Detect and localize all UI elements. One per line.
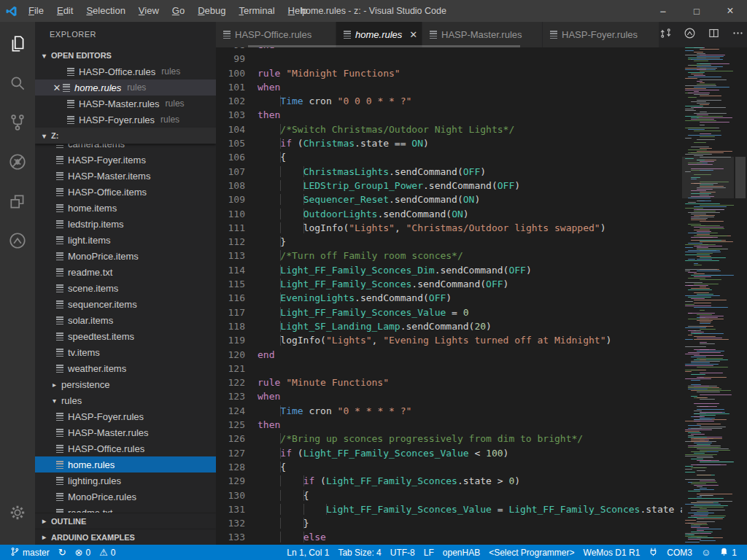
compare-changes-icon[interactable] bbox=[659, 27, 672, 42]
sidebar-item-tv-items[interactable]: tv.items bbox=[35, 344, 216, 360]
code-line-125: 125then bbox=[216, 418, 682, 432]
item-label: solar.items bbox=[68, 315, 113, 326]
chevron-down-icon: ▾ bbox=[53, 397, 61, 405]
sidebar-item-home-rules[interactable]: ✕home.rulesrules bbox=[35, 79, 216, 96]
sidebar-item-solar-items[interactable]: solar.items bbox=[35, 312, 216, 328]
status-1[interactable]: 1 bbox=[715, 545, 741, 560]
file-icon bbox=[56, 477, 63, 485]
sidebar-item-lighting-rules[interactable]: lighting.rules bbox=[35, 472, 216, 489]
status-master[interactable]: master bbox=[6, 545, 54, 560]
sidebar-item-hasp-foyer-rules[interactable]: HASP-Foyer.rules bbox=[35, 408, 216, 424]
sidebar-item-weather-items[interactable]: weather.items bbox=[35, 360, 216, 376]
maximize-button[interactable]: □ bbox=[680, 0, 713, 22]
item-label: HASP-Office.rules bbox=[68, 443, 144, 454]
file-icon bbox=[430, 31, 437, 39]
tab-hasp-foyer-rules[interactable]: HASP-Foyer.rules bbox=[543, 22, 659, 47]
sidebar-item-z-[interactable]: ▾Z: bbox=[35, 128, 216, 144]
sidebar-item-monoprice-rules[interactable]: MonoPrice.rules bbox=[35, 489, 216, 505]
platformio-icon[interactable] bbox=[0, 223, 35, 258]
status--select-programmer-[interactable]: <Select Programmer> bbox=[484, 545, 578, 560]
status-ln-1-col-1[interactable]: Ln 1, Col 1 bbox=[282, 545, 333, 560]
sidebar-item-camera-items[interactable]: camera.items bbox=[35, 144, 216, 152]
code-line-106: 106 { bbox=[216, 150, 682, 164]
sidebar-item-speedtest-items[interactable]: speedtest.items bbox=[35, 328, 216, 344]
minimize-button[interactable]: − bbox=[646, 0, 680, 22]
menu-terminal[interactable]: Terminal bbox=[232, 0, 281, 22]
extensions-icon[interactable] bbox=[0, 184, 35, 219]
split-editor-icon[interactable] bbox=[708, 27, 720, 42]
status-sync[interactable]: ↻ bbox=[54, 545, 71, 560]
status-tab-size-4[interactable]: Tab Size: 4 bbox=[333, 545, 385, 560]
scrollbar-thumb[interactable] bbox=[735, 157, 746, 198]
minimap[interactable] bbox=[682, 47, 734, 545]
tab-overflow-scrollbar[interactable] bbox=[248, 45, 520, 47]
sidebar-item-rules[interactable]: ▾rules bbox=[35, 392, 216, 408]
sidebar-item-home-rules[interactable]: home.rules bbox=[35, 456, 216, 472]
sidebar-item-hasp-office-rules[interactable]: HASP-Office.rules bbox=[35, 440, 216, 456]
sidebar-item-hasp-office-rules[interactable]: HASP-Office.rulesrules bbox=[35, 63, 216, 79]
sidebar-item-hasp-foyer-items[interactable]: HASP-Foyer.items bbox=[35, 152, 216, 168]
sidebar-item-hasp-office-items[interactable]: HASP-Office.items bbox=[35, 184, 216, 200]
close-tab-icon[interactable]: ✕ bbox=[409, 29, 417, 40]
code-line-117: 117 Light_FF_Family_Sconces_Value = 0 bbox=[216, 306, 682, 319]
menu-view[interactable]: View bbox=[132, 0, 166, 22]
file-icon bbox=[344, 31, 351, 39]
sidebar-item-hasp-foyer-rules[interactable]: HASP-Foyer.rulesrules bbox=[35, 112, 216, 128]
menu-go[interactable]: Go bbox=[166, 0, 191, 22]
code-line-112: 112 } bbox=[216, 235, 682, 249]
sidebar-item-readme-txt[interactable]: readme.txt bbox=[35, 264, 216, 280]
code-line-118: 118 Light_SF_Landing_Lamp.sendCommand(20… bbox=[216, 319, 682, 333]
smiley-icon: ☺ bbox=[701, 548, 711, 558]
item-label: weather.items bbox=[68, 363, 126, 374]
tab-hasp-master-rules[interactable]: HASP-Master.rules bbox=[422, 22, 543, 47]
menu-edit[interactable]: Edit bbox=[50, 0, 80, 22]
chevron-down-icon: ▾ bbox=[42, 52, 51, 60]
sidebar-item-open-editors[interactable]: ▾OPEN EDITORS bbox=[35, 47, 216, 63]
status-wemos-d1-r1[interactable]: WeMos D1 R1 bbox=[579, 545, 645, 560]
item-label: Z: bbox=[51, 131, 58, 140]
status-utf-8[interactable]: UTF-8 bbox=[386, 545, 419, 560]
sync-icon: ↻ bbox=[58, 548, 66, 558]
sidebar-item-light-items[interactable]: light.items bbox=[35, 232, 216, 248]
debug-icon[interactable] bbox=[0, 144, 35, 179]
sidebar-item-scene-items[interactable]: scene.items bbox=[35, 280, 216, 296]
minimap-slider[interactable] bbox=[682, 157, 734, 198]
status-0[interactable]: ⚠0 bbox=[95, 545, 120, 560]
sidebar-item-monoprice-items[interactable]: MonoPrice.items bbox=[35, 248, 216, 264]
sidebar-bottom-sections: ▸OUTLINE▸ARDUINO EXAMPLES bbox=[35, 513, 216, 545]
tab-home-rules[interactable]: home.rules✕ bbox=[336, 22, 422, 47]
status-0[interactable]: ⊗0 bbox=[71, 545, 96, 560]
sidebar-section-outline[interactable]: ▸OUTLINE bbox=[35, 513, 216, 529]
menu-file[interactable]: File bbox=[22, 0, 50, 22]
code-editor[interactable]: 98end99100rule "Midnight Functions"101wh… bbox=[216, 47, 682, 545]
status-lf[interactable]: LF bbox=[419, 545, 438, 560]
source-control-icon[interactable] bbox=[0, 105, 35, 140]
menu-debug[interactable]: Debug bbox=[191, 0, 232, 22]
status-plug[interactable] bbox=[644, 545, 662, 560]
sidebar-item-readme-txt[interactable]: readme.txt bbox=[35, 505, 216, 513]
menu-selection[interactable]: Selection bbox=[80, 0, 131, 22]
item-label: HASP-Master.rules bbox=[79, 98, 160, 109]
platformio-icon[interactable] bbox=[684, 27, 696, 42]
menu-help[interactable]: Help bbox=[282, 0, 314, 22]
search-icon[interactable] bbox=[0, 66, 35, 101]
close-button[interactable]: × bbox=[713, 0, 747, 22]
settings-icon[interactable] bbox=[0, 495, 35, 530]
sidebar-section-arduino-examples[interactable]: ▸ARDUINO EXAMPLES bbox=[35, 529, 216, 545]
sidebar-item-ledstrip-items[interactable]: ledstrip.items bbox=[35, 216, 216, 232]
status-smiley[interactable]: ☺ bbox=[697, 545, 715, 560]
sidebar-item-hasp-master-items[interactable]: HASP-Master.items bbox=[35, 168, 216, 184]
sidebar-item-persistence[interactable]: ▸persistence bbox=[35, 376, 216, 392]
sidebar-item-hasp-master-rules[interactable]: HASP-Master.rules bbox=[35, 424, 216, 440]
status-openhab[interactable]: openHAB bbox=[438, 545, 484, 560]
sidebar-item-home-items[interactable]: home.items bbox=[35, 200, 216, 216]
close-editor-icon[interactable]: ✕ bbox=[51, 82, 63, 93]
status-com3[interactable]: COM3 bbox=[662, 545, 697, 560]
editor-scrollbar[interactable] bbox=[734, 47, 747, 545]
sidebar-item-hasp-master-rules[interactable]: HASP-Master.rulesrules bbox=[35, 96, 216, 112]
tab-hasp-office-rules[interactable]: HASP-Office.rules bbox=[216, 22, 336, 47]
more-actions-icon[interactable] bbox=[732, 27, 744, 42]
explorer-icon[interactable] bbox=[0, 26, 35, 61]
item-label: ledstrip.items bbox=[68, 219, 124, 230]
sidebar-item-sequencer-items[interactable]: sequencer.items bbox=[35, 296, 216, 312]
